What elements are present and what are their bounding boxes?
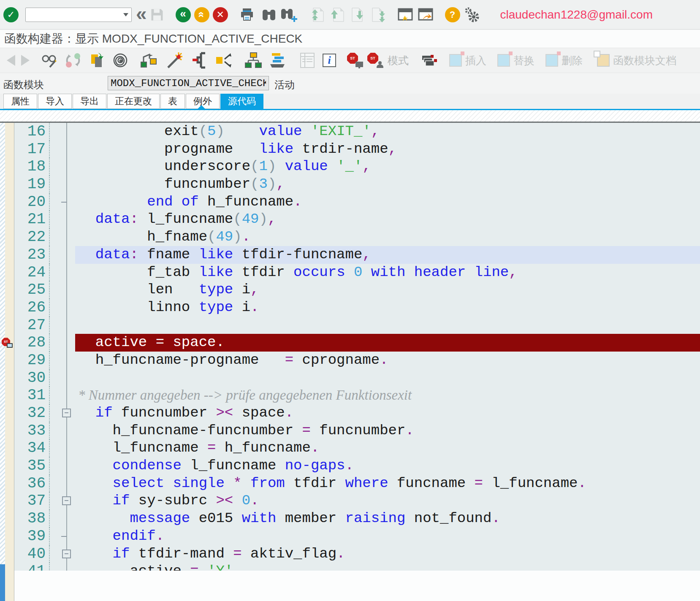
previous-page-icon[interactable] [328, 7, 345, 23]
gui-settings-icon[interactable] [464, 6, 480, 23]
code-text[interactable]: progname like trdir-name, [75, 141, 700, 158]
code-line[interactable]: 32 if funcnumber >< space. [0, 404, 700, 422]
line-margin[interactable]: ST [0, 334, 14, 352]
fold-collapse-icon[interactable] [62, 496, 71, 505]
hierarchy-icon[interactable] [244, 51, 263, 69]
exit-icon[interactable]: « [194, 7, 209, 22]
line-margin[interactable] [0, 492, 14, 510]
print-icon[interactable] [239, 7, 255, 23]
breakpoint-stop-icon[interactable]: ST [347, 53, 364, 68]
line-margin[interactable] [0, 176, 14, 193]
code-text[interactable] [75, 317, 700, 334]
sort-icon[interactable] [269, 51, 287, 69]
code-line[interactable]: 27 [0, 317, 700, 334]
code-text[interactable]: * Nummer angegeben --> prüfe angegebenen… [75, 387, 700, 404]
line-margin[interactable] [0, 141, 14, 158]
new-session-icon[interactable] [397, 7, 414, 23]
code-line[interactable]: 17 progname like trdir-name, [0, 141, 700, 158]
code-line[interactable]: 16 exit(5) value 'EXIT_', [0, 123, 700, 141]
code-line[interactable]: 19 funcnumber(3), [0, 176, 700, 193]
code-text[interactable] [75, 369, 700, 387]
code-line[interactable]: ST28 active = space. [0, 334, 700, 352]
code-text[interactable]: linno type i. [75, 299, 700, 317]
fold-collapse-icon[interactable] [62, 409, 71, 417]
code-text[interactable]: len type i, [75, 281, 700, 299]
code-line[interactable]: 36 select single * from tfdir where func… [0, 475, 700, 493]
next-page-icon[interactable] [349, 7, 366, 23]
tab-tables[interactable]: 表 [160, 94, 185, 109]
code-text[interactable]: data: fname like tfdir-funcname, [75, 246, 700, 264]
first-page-icon[interactable] [308, 7, 325, 23]
code-line[interactable]: 26 linno type i. [0, 299, 700, 317]
tab-attributes[interactable]: 属性 [3, 94, 37, 109]
expand-icon[interactable] [214, 51, 233, 69]
code-text[interactable]: condense l_funcname no-gaps. [75, 457, 700, 475]
code-text[interactable]: h_funcname-funcnumber = funcnumber. [75, 422, 700, 440]
code-text[interactable]: if sy-subrc >< 0. [75, 492, 700, 510]
code-text[interactable]: end of h_funcname. [75, 193, 700, 211]
code-line[interactable]: 24 f_tab like tfdir occurs 0 with header… [0, 264, 700, 282]
code-text[interactable]: h_funcname-progname = cprogname. [75, 352, 700, 369]
line-margin[interactable] [0, 123, 14, 141]
code-text[interactable]: l_funcname = h_funcname. [75, 439, 700, 457]
code-line[interactable]: 38 message e015 with member raising not_… [0, 510, 700, 528]
line-margin[interactable] [0, 228, 14, 246]
line-margin[interactable] [0, 510, 14, 528]
other-object-icon[interactable] [140, 52, 160, 69]
code-text[interactable]: active = space. [75, 334, 700, 352]
line-margin[interactable] [0, 211, 14, 228]
code-line[interactable]: 31* Nummer angegeben --> prüfe angegeben… [0, 387, 700, 404]
code-text[interactable]: f_tab like tfdir occurs 0 with header li… [75, 264, 700, 282]
find-next-icon[interactable] [280, 7, 297, 23]
code-line[interactable]: 29 h_funcname-progname = cprogname. [0, 352, 700, 369]
code-line[interactable]: 20 end of h_funcname. [0, 193, 700, 211]
refresh-icon[interactable] [64, 52, 82, 69]
function-module-input[interactable] [108, 76, 269, 90]
code-text[interactable]: h_fname(49). [75, 228, 700, 246]
cancel-icon[interactable]: ✕ [213, 7, 228, 22]
code-text[interactable]: if funcnumber >< space. [75, 404, 700, 422]
line-margin[interactable] [0, 281, 14, 299]
code-text[interactable]: exit(5) value 'EXIT_', [75, 123, 700, 141]
code-line[interactable]: 34 l_funcname = h_funcname. [0, 439, 700, 457]
line-margin[interactable] [0, 457, 14, 475]
activate-spiral-icon[interactable] [111, 51, 129, 69]
stack-icon[interactable] [420, 51, 438, 69]
code-line[interactable]: 21 data: l_funcname(49), [0, 211, 700, 228]
code-text[interactable]: message e015 with member raising not_fou… [75, 510, 700, 528]
code-text[interactable]: select single * from tfdir where funcnam… [75, 475, 700, 493]
info-icon[interactable]: i [323, 54, 336, 67]
line-margin[interactable] [0, 387, 14, 404]
code-line[interactable]: 35 condense l_funcname no-gaps. [0, 457, 700, 475]
code-text[interactable]: data: l_funcname(49), [75, 211, 700, 228]
last-page-icon[interactable] [369, 7, 386, 23]
code-line[interactable]: 30 [0, 369, 700, 387]
chevron-down-icon[interactable] [123, 13, 128, 16]
command-input[interactable] [25, 8, 132, 22]
code-text[interactable]: underscore(1) value '_', [75, 158, 700, 176]
line-margin[interactable] [0, 317, 14, 334]
collapse-icon[interactable]: « [136, 6, 147, 21]
breakpoint-icon[interactable]: ST [2, 338, 13, 348]
tab-changing[interactable]: 正在更改 [107, 94, 160, 109]
line-margin[interactable] [0, 528, 14, 545]
fold-collapse-icon[interactable] [62, 550, 71, 558]
source-code-editor[interactable]: 16 exit(5) value 'EXIT_',17 progname lik… [0, 123, 700, 601]
where-used-icon[interactable] [190, 51, 209, 69]
line-margin[interactable] [0, 193, 14, 211]
line-margin[interactable] [0, 475, 14, 493]
code-text[interactable]: endif. [75, 528, 700, 545]
code-line[interactable]: 40 if tfdir-mand = aktiv_flag. [0, 545, 700, 563]
code-text[interactable]: if tfdir-mand = aktiv_flag. [75, 545, 700, 563]
code-line[interactable]: 18 underscore(1) value '_', [0, 158, 700, 176]
line-margin[interactable] [0, 439, 14, 457]
line-margin[interactable] [0, 369, 14, 387]
find-icon[interactable] [261, 7, 277, 23]
code-line[interactable]: 25 len type i, [0, 281, 700, 299]
tab-export[interactable]: 导出 [73, 94, 106, 109]
line-margin[interactable] [0, 352, 14, 369]
line-margin[interactable] [0, 246, 14, 264]
code-line[interactable]: 22 h_fname(49). [0, 228, 700, 246]
display-change-icon[interactable] [41, 52, 58, 69]
line-margin[interactable] [0, 404, 14, 422]
